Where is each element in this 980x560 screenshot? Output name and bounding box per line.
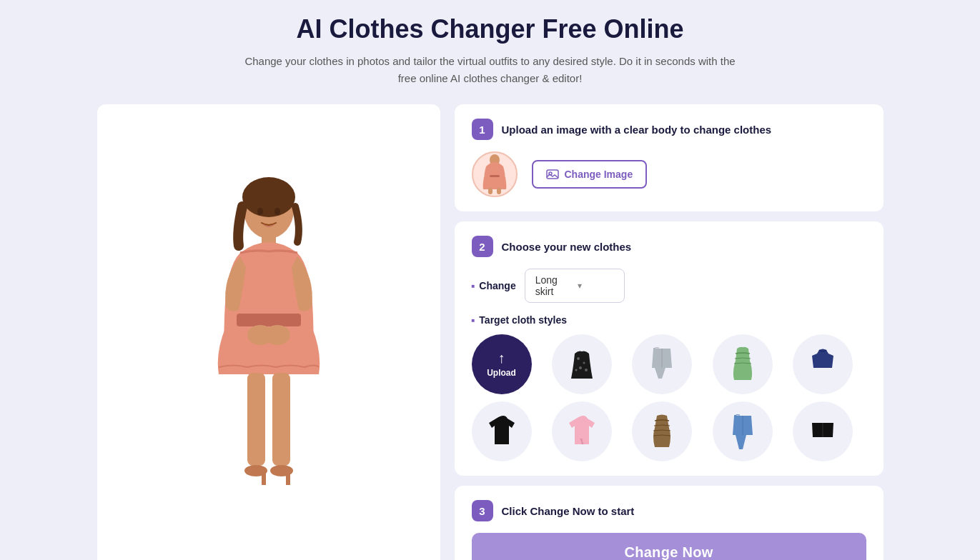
clothes-item-black-floral-skirt[interactable] (552, 334, 612, 394)
clothes-upload-button[interactable]: ↑ Upload (472, 334, 532, 394)
cloth-type-dropdown[interactable]: Long skirt ▾ (525, 269, 625, 303)
svg-point-5 (264, 325, 290, 345)
step1-card: 1 Upload an image with a clear body to c… (455, 104, 884, 211)
dropdown-value: Long skirt (535, 274, 572, 297)
page-title: AI Clothes Changer Free Online (21, 14, 959, 44)
clothes-grid: ↑ Upload (472, 334, 866, 461)
svg-point-23 (575, 369, 577, 371)
svg-rect-10 (262, 471, 266, 485)
model-image-panel (97, 104, 440, 560)
model-display (97, 171, 440, 521)
svg-point-1 (242, 177, 295, 217)
svg-rect-16 (488, 188, 493, 194)
step3-card: 3 Click Change Now to start Change Now (455, 486, 884, 560)
clothes-item-brown-dress[interactable] (632, 401, 692, 461)
chevron-down-icon: ▾ (578, 281, 614, 291)
step3-title: Click Change Now to start (502, 505, 635, 517)
svg-rect-7 (272, 373, 290, 466)
svg-point-21 (583, 362, 585, 364)
clothes-item-black-tshirt[interactable] (472, 401, 532, 461)
clothes-item-grey-jeans[interactable] (632, 334, 692, 394)
change-now-button[interactable]: Change Now (472, 533, 866, 560)
change-image-button[interactable]: Change Image (532, 160, 648, 189)
change-label: Change (472, 280, 516, 291)
svg-point-22 (579, 366, 582, 369)
right-panel: 1 Upload an image with a clear body to c… (455, 104, 884, 560)
svg-point-13 (274, 208, 280, 215)
svg-point-24 (585, 369, 588, 371)
main-content: 1 Upload an image with a clear body to c… (97, 104, 884, 560)
step1-badge: 1 (472, 119, 493, 140)
page-subtitle: Change your clothes in photos and tailor… (240, 53, 741, 87)
svg-rect-17 (497, 188, 501, 194)
clothes-item-blue-jeans[interactable] (713, 401, 773, 461)
step1-header: 1 Upload an image with a clear body to c… (472, 119, 866, 140)
svg-point-20 (577, 357, 580, 360)
step2-header: 2 Choose your new clothes (472, 236, 866, 257)
clothes-item-green-dress[interactable] (713, 334, 773, 394)
svg-rect-6 (247, 373, 265, 466)
step2-card: 2 Choose your new clothes Change Long sk… (455, 221, 884, 476)
svg-rect-11 (286, 471, 290, 485)
clothes-item-navy-top[interactable] (793, 334, 853, 394)
clothes-item-black-shorts[interactable] (793, 401, 853, 461)
target-label: Target cloth styles (472, 314, 866, 326)
upload-text: Upload (487, 368, 516, 378)
svg-point-12 (257, 208, 263, 215)
change-image-btn-label: Change Image (565, 169, 633, 180)
step1-title: Upload an image with a clear body to cha… (502, 124, 772, 136)
svg-rect-3 (237, 314, 301, 326)
upload-area: Change Image (472, 151, 866, 197)
svg-rect-18 (547, 170, 558, 179)
step3-header: 3 Click Change Now to start (472, 500, 866, 521)
step2-title: Choose your new clothes (502, 241, 632, 253)
svg-rect-15 (490, 175, 500, 177)
step3-badge: 3 (472, 500, 493, 521)
change-row: Change Long skirt ▾ (472, 269, 866, 303)
model-thumbnail (472, 151, 518, 197)
clothes-item-pink-tshirt[interactable] (552, 401, 612, 461)
step2-badge: 2 (472, 236, 493, 257)
upload-arrow-icon: ↑ (498, 351, 505, 365)
